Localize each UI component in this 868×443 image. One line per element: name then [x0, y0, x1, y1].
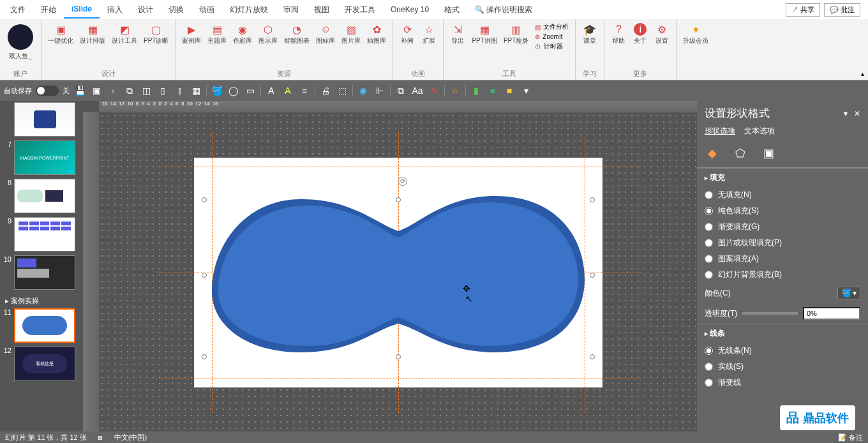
- fill-pattern[interactable]: 图案填充(A): [697, 251, 868, 267]
- tab-text-options[interactable]: 文本选项: [744, 126, 775, 137]
- image-button[interactable]: ▨图片库: [339, 22, 363, 46]
- fill-none[interactable]: 无填充(N): [697, 187, 868, 203]
- icon-button[interactable]: ☺图标库: [313, 22, 338, 46]
- help-button[interactable]: ?帮助: [608, 22, 629, 46]
- fill-solid[interactable]: 纯色填充(S): [697, 203, 868, 219]
- accessibility-icon[interactable]: 🗈: [97, 433, 104, 441]
- qat-more[interactable]: ▾: [520, 84, 532, 97]
- tab-view[interactable]: 视图: [306, 1, 337, 19]
- qat-icon-11[interactable]: A: [265, 84, 278, 97]
- sel-handle[interactable]: [202, 354, 207, 359]
- lang-label[interactable]: 中文(中国): [114, 433, 147, 442]
- tab-design[interactable]: 设计: [130, 1, 161, 19]
- ext-button[interactable]: ☆扩展: [419, 22, 439, 46]
- transparency-slider[interactable]: [742, 312, 798, 315]
- qat-icon-6[interactable]: ⫿: [173, 84, 186, 97]
- sel-handle[interactable]: [590, 197, 595, 202]
- fileanal-button[interactable]: ▤文件分析: [532, 22, 571, 32]
- tween-button[interactable]: ⟳补间: [397, 22, 417, 46]
- sel-handle[interactable]: [202, 273, 207, 278]
- qat-icon-7[interactable]: ▦: [190, 84, 202, 97]
- tab-home[interactable]: 开始: [33, 1, 64, 19]
- panel-dropdown-icon[interactable]: ▾: [844, 109, 848, 118]
- tab-shape-options[interactable]: 形状选项: [705, 126, 735, 137]
- qat-icon-9[interactable]: ◯: [227, 84, 240, 97]
- tab-anim[interactable]: 动画: [191, 1, 222, 19]
- thumb-10[interactable]: [14, 255, 75, 290]
- settings-button[interactable]: ⚙设置: [652, 22, 672, 46]
- size-icon[interactable]: ▣: [761, 146, 776, 161]
- pptpin-button[interactable]: ▦PPT拼图: [469, 22, 499, 46]
- fill-section-header[interactable]: 填充: [697, 168, 868, 187]
- qat-icon-1[interactable]: ▣: [90, 84, 103, 97]
- qat-icon-16[interactable]: ⊩: [373, 84, 386, 97]
- slide-canvas[interactable]: ⟳: [194, 158, 602, 387]
- qat-icon-15[interactable]: ◉: [357, 84, 370, 97]
- sel-handle[interactable]: [590, 273, 595, 278]
- collapse-ribbon-icon[interactable]: ▴: [861, 70, 864, 77]
- sel-handle[interactable]: [202, 197, 207, 202]
- qat-icon-8[interactable]: 🪣: [211, 84, 223, 97]
- diagram-button[interactable]: ⬡图示库: [256, 22, 280, 46]
- thumb-9[interactable]: [14, 217, 75, 252]
- qat-icon-12[interactable]: A: [281, 84, 294, 97]
- qat-icon-5[interactable]: ▯: [156, 84, 169, 97]
- tab-dev[interactable]: 开发工具: [337, 1, 383, 19]
- fill-slidebg[interactable]: 幻灯片背景填充(B): [697, 267, 868, 283]
- thumb-7[interactable]: XIAOBAI POWERPOINT: [14, 140, 75, 175]
- case-button[interactable]: ▶案例库: [179, 22, 204, 46]
- fill-gradient[interactable]: 渐变填充(G): [697, 219, 868, 235]
- section-header[interactable]: 案例实操: [1, 294, 82, 308]
- qat-icon-17[interactable]: Aa: [411, 84, 424, 97]
- tab-islide[interactable]: iSlide: [64, 1, 100, 19]
- chart-button[interactable]: ◔智能图表: [281, 22, 312, 46]
- tab-format[interactable]: 格式: [437, 1, 467, 19]
- class-button[interactable]: 🎓课堂: [580, 22, 600, 46]
- fill-line-icon[interactable]: ◆: [705, 146, 720, 161]
- qat-icon-13[interactable]: ≡: [298, 84, 311, 97]
- fill-picture[interactable]: 图片或纹理填充(P): [697, 235, 868, 251]
- comment-button[interactable]: 💬 批注: [824, 3, 860, 17]
- rotate-handle[interactable]: ⟳: [398, 177, 407, 186]
- timer-button[interactable]: ⏱计时器: [532, 41, 571, 52]
- thumb-6[interactable]: [14, 102, 75, 137]
- dtool-button[interactable]: ◩设计工具: [109, 22, 140, 46]
- transparency-input[interactable]: [803, 307, 860, 320]
- search-hint[interactable]: 🔍 操作说明搜索: [467, 1, 540, 19]
- thumbnails-panel[interactable]: 7XIAOBAI POWERPOINT 8 9 10 案例实操 11 12看就这…: [0, 101, 83, 433]
- sel-handle[interactable]: [396, 197, 401, 202]
- line-section-header[interactable]: 线条: [697, 324, 868, 343]
- account-button[interactable]: 双人鱼_: [4, 22, 37, 61]
- crop-icon[interactable]: ⧉: [394, 84, 407, 97]
- tab-review[interactable]: 审阅: [276, 1, 306, 19]
- about-button[interactable]: i关于: [630, 22, 650, 46]
- pptslim-button[interactable]: ▥PPT瘦身: [501, 22, 531, 46]
- eyedropper-icon[interactable]: ✎: [428, 84, 440, 97]
- print-icon[interactable]: 🖨: [319, 84, 332, 97]
- qat-icon-14[interactable]: ⬚: [336, 84, 348, 97]
- sel-handle[interactable]: [590, 354, 595, 359]
- thumb-12[interactable]: 看就这是: [14, 347, 75, 381]
- qat-icon-2[interactable]: ▫: [107, 84, 119, 97]
- notes-button[interactable]: 📝 备注: [838, 433, 863, 442]
- sel-handle[interactable]: [396, 354, 401, 359]
- tab-transition[interactable]: 切换: [161, 1, 191, 19]
- line-solid[interactable]: 实线(S): [697, 359, 868, 375]
- panel-close-icon[interactable]: ✕: [854, 109, 860, 118]
- qat-color-1[interactable]: ■: [486, 84, 499, 97]
- upgrade-button[interactable]: ♦升级会员: [680, 22, 711, 46]
- save-icon[interactable]: 💾: [73, 84, 86, 97]
- theme-button[interactable]: ▤主题库: [205, 22, 229, 46]
- thumb-11[interactable]: [14, 308, 75, 343]
- color-picker-button[interactable]: 🪣▾: [837, 287, 860, 299]
- color-button[interactable]: ◉色彩库: [230, 22, 255, 46]
- tab-onekey[interactable]: OneKey 10: [383, 1, 437, 18]
- tab-file[interactable]: 文件: [3, 1, 33, 19]
- qat-icon-18[interactable]: ○: [449, 84, 461, 97]
- optimize-button[interactable]: ▣一键优化: [45, 22, 76, 46]
- qat-color-2[interactable]: ■: [503, 84, 516, 97]
- illust-button[interactable]: ✿插图库: [364, 22, 389, 46]
- effects-icon[interactable]: ⬠: [733, 146, 748, 161]
- export-button[interactable]: ⇲导出: [447, 22, 468, 46]
- qat-icon-19[interactable]: ▮: [470, 84, 483, 97]
